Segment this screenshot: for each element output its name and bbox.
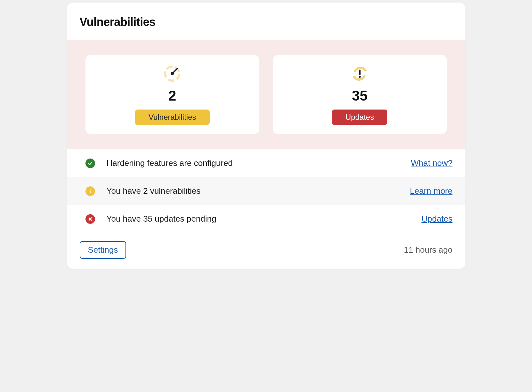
status-row: Hardening features are configured What n…: [67, 149, 465, 177]
card-footer: Settings 11 hours ago: [67, 233, 465, 269]
vulnerabilities-label: Vulnerabilities: [135, 110, 210, 125]
updates-label: Updates: [332, 110, 387, 125]
svg-line-2: [172, 69, 177, 74]
info-icon: [85, 186, 95, 196]
stat-card-updates[interactable]: 35 Updates: [273, 55, 447, 134]
stats-band: 2 Vulnerabilities 35 Updates: [67, 40, 465, 149]
check-icon: [85, 159, 95, 168]
card-title: Vulnerabilities: [80, 15, 453, 29]
svg-rect-8: [90, 191, 91, 193]
learn-more-link[interactable]: Learn more: [410, 186, 453, 196]
status-row: You have 35 updates pending Updates: [67, 205, 465, 233]
updates-link[interactable]: Updates: [422, 214, 453, 224]
card-header: Vulnerabilities: [67, 3, 465, 40]
stat-card-vulnerabilities[interactable]: 2 Vulnerabilities: [85, 55, 260, 134]
status-row: You have 2 vulnerabilities Learn more: [67, 177, 465, 205]
svg-point-6: [359, 76, 361, 78]
gauge-icon: [92, 64, 253, 83]
sync-alert-icon: [279, 64, 440, 83]
svg-point-7: [90, 189, 91, 190]
status-text: Hardening features are configured: [107, 158, 411, 168]
status-text: You have 35 updates pending: [107, 214, 422, 224]
close-icon: [85, 214, 95, 224]
status-rows: Hardening features are configured What n…: [67, 149, 465, 233]
updates-count: 35: [279, 88, 440, 104]
vulnerabilities-count: 2: [92, 88, 253, 104]
what-now-link[interactable]: What now?: [411, 158, 452, 168]
timestamp: 11 hours ago: [404, 245, 453, 255]
settings-button[interactable]: Settings: [80, 241, 126, 259]
vulnerabilities-card: Vulnerabilities 2 Vulnerabilities: [67, 3, 465, 269]
status-text: You have 2 vulnerabilities: [107, 186, 410, 196]
